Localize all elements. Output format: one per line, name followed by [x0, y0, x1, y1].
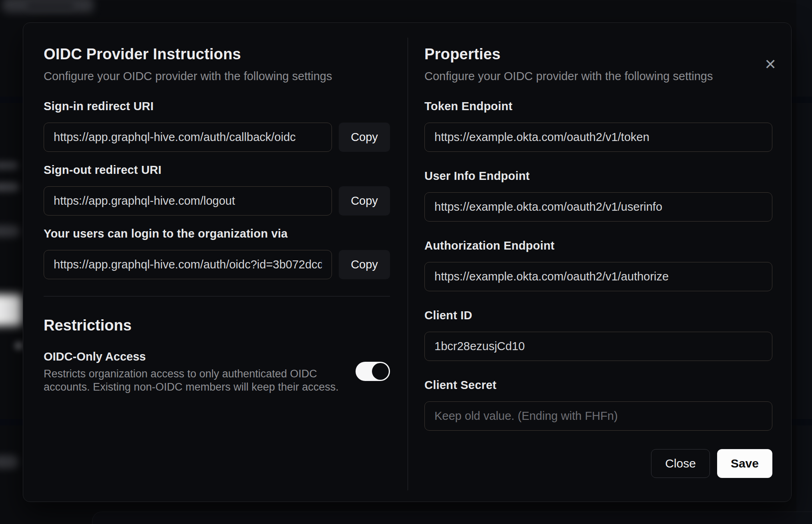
sign-in-redirect-label: Sign-in redirect URI: [44, 101, 390, 112]
close-button[interactable]: Close: [651, 449, 710, 478]
token-endpoint-input[interactable]: [424, 123, 772, 152]
login-url-input[interactable]: [44, 250, 332, 279]
background-dot-blur: [14, 341, 23, 350]
token-endpoint-label: Token Endpoint: [424, 101, 772, 112]
copy-button[interactable]: Copy: [339, 250, 390, 279]
client-secret-label: Client Secret: [424, 379, 772, 391]
oidc-only-access-row: OIDC-Only Access Restricts organization …: [44, 351, 390, 394]
background-text-blur: [0, 225, 20, 237]
background-button-blur: [0, 294, 22, 326]
properties-column: Properties Configure your OIDC provider …: [407, 23, 791, 502]
background-logo-blur: [26, 2, 74, 11]
background-content-edge: [796, 0, 812, 524]
client-secret-input[interactable]: [424, 401, 772, 431]
authorization-endpoint-field: Authorization Endpoint: [424, 240, 772, 291]
instructions-subtitle: Configure your OIDC provider with the fo…: [44, 69, 390, 84]
oidc-settings-dialog: ✕ OIDC Provider Instructions Configure y…: [23, 22, 792, 502]
background-card-edge: [92, 512, 812, 524]
user-info-endpoint-input[interactable]: [424, 192, 772, 222]
oidc-only-access-description: Restricts organization access to only au…: [44, 367, 348, 394]
restrictions-title: Restrictions: [44, 316, 390, 334]
token-endpoint-field: Token Endpoint: [424, 101, 772, 152]
login-url-label: Your users can login to the organization…: [44, 228, 390, 240]
user-info-endpoint-field: User Info Endpoint: [424, 170, 772, 222]
sign-out-redirect-label: Sign-out redirect URI: [44, 164, 390, 176]
toggle-knob: [372, 363, 389, 380]
instructions-title: OIDC Provider Instructions: [44, 45, 390, 63]
background-text-blur: [0, 161, 18, 170]
copy-button[interactable]: Copy: [339, 123, 390, 152]
sign-out-redirect-input[interactable]: [44, 186, 332, 216]
login-url-field: Your users can login to the organization…: [44, 228, 390, 279]
sign-in-redirect-field: Sign-in redirect URI Copy: [44, 101, 390, 152]
authorization-endpoint-input[interactable]: [424, 262, 772, 291]
properties-title: Properties: [424, 45, 772, 63]
instructions-column: OIDC Provider Instructions Configure you…: [23, 23, 407, 502]
section-divider: [44, 296, 390, 296]
oidc-only-access-label: OIDC-Only Access: [44, 351, 348, 363]
properties-subtitle: Configure your OIDC provider with the fo…: [424, 69, 772, 84]
oidc-only-access-toggle[interactable]: [356, 362, 390, 381]
client-id-field: Client ID: [424, 310, 772, 361]
dialog-actions: Close Save: [424, 449, 772, 478]
background-text-blur: [0, 455, 18, 469]
client-id-label: Client ID: [424, 310, 772, 321]
sign-in-redirect-input[interactable]: [44, 123, 332, 152]
authorization-endpoint-label: Authorization Endpoint: [424, 240, 772, 252]
user-info-endpoint-label: User Info Endpoint: [424, 170, 772, 182]
sign-out-redirect-field: Sign-out redirect URI Copy: [44, 164, 390, 216]
background-text-blur: [0, 182, 19, 192]
copy-button[interactable]: Copy: [339, 186, 390, 216]
save-button[interactable]: Save: [717, 449, 772, 478]
client-id-input[interactable]: [424, 332, 772, 361]
client-secret-field: Client Secret: [424, 379, 772, 431]
